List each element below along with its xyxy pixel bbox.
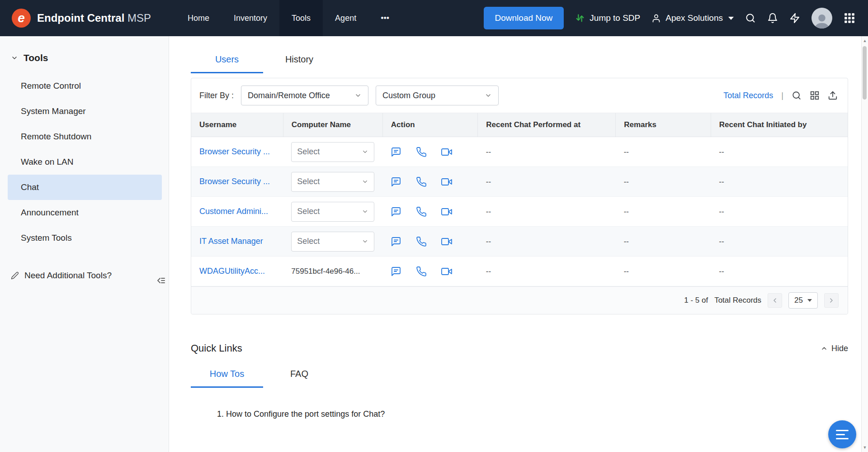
filter-bar: Filter By : Domain/Remote Office Custom … (191, 78, 848, 113)
computer-select-dropdown[interactable]: Select (291, 202, 374, 222)
toolbar-separator: | (781, 91, 783, 100)
scrollbar-thumb[interactable] (863, 46, 867, 100)
sidebar-item-system-manager[interactable]: System Manager (8, 99, 162, 124)
previous-page-button[interactable] (768, 293, 782, 308)
username-link[interactable]: Browser Security ... (199, 177, 270, 186)
fab-menu-icon (836, 430, 849, 431)
chevron-down-icon (362, 208, 368, 215)
voice-call-icon[interactable] (416, 266, 427, 277)
main-content: Users History Filter By : Domain/Remote … (169, 36, 868, 419)
apps-grid-icon[interactable] (844, 12, 855, 24)
sidebar-section-tools[interactable]: Tools (0, 36, 169, 63)
table-search-icon[interactable] (792, 90, 802, 100)
initiated-by-cell: -- (711, 167, 848, 197)
page-scrollbar[interactable]: ▲ ▼ (861, 36, 868, 452)
announcements-icon[interactable] (767, 13, 778, 24)
domain-remote-office-dropdown[interactable]: Domain/Remote Office (241, 86, 368, 105)
sidebar-item-system-tools[interactable]: System Tools (8, 225, 162, 251)
chat-tabs: Users History (191, 52, 868, 73)
jump-to-sdp[interactable]: Jump to SDP (575, 13, 640, 23)
pagination-total-records-link[interactable]: Total Records (714, 296, 761, 305)
scrollbar-up-arrow[interactable]: ▲ (862, 37, 868, 44)
video-call-icon[interactable] (441, 176, 452, 187)
hide-toggle[interactable]: Hide (821, 344, 848, 353)
sidebar-item-wake-on-lan[interactable]: Wake on LAN (8, 149, 162, 175)
nav-item-agent[interactable]: Agent (323, 0, 368, 36)
sidebar-item-announcement[interactable]: Announcement (8, 200, 162, 225)
computer-select-dropdown[interactable]: Select (291, 142, 374, 162)
voice-call-icon[interactable] (416, 206, 427, 217)
tab-how-tos[interactable]: How Tos (191, 366, 263, 388)
nav-item-inventory[interactable]: Inventory (222, 0, 279, 36)
custom-group-dropdown-value: Custom Group (382, 91, 435, 100)
initiated-by-cell: -- (711, 257, 848, 286)
need-additional-tools[interactable]: Need Additional Tools? (0, 271, 169, 281)
chevron-down-icon (354, 92, 362, 99)
table-row: Customer Admini... Select (191, 197, 848, 227)
video-call-icon[interactable] (441, 147, 452, 157)
scrollbar-down-arrow[interactable]: ▼ (862, 444, 868, 451)
page-size-value: 25 (794, 296, 803, 305)
custom-group-dropdown[interactable]: Custom Group (376, 86, 499, 105)
username-link[interactable]: IT Asset Manager (199, 237, 263, 246)
need-additional-tools-label: Need Additional Tools? (24, 271, 112, 281)
tab-history[interactable]: History (263, 52, 335, 73)
remarks-cell: -- (616, 167, 711, 197)
video-call-icon[interactable] (441, 236, 452, 247)
nav-item-more[interactable]: ••• (368, 0, 401, 36)
video-call-icon[interactable] (441, 206, 452, 217)
computer-select-value: Select (297, 207, 320, 216)
account-name: Apex Solutions (665, 13, 723, 23)
howto-item[interactable]: 1. How to Configure the port settings fo… (217, 409, 848, 419)
username-link[interactable]: Customer Admini... (199, 207, 268, 216)
brand[interactable]: e Endpoint Central MSP (0, 9, 151, 28)
total-records-link[interactable]: Total Records (723, 91, 773, 100)
help-menu-fab[interactable] (828, 420, 856, 448)
quick-links-header: Quick Links Hide (191, 343, 848, 354)
header-recent-chat-initiated-by: Recent Chat Initiated by (711, 113, 848, 137)
chevron-down-icon (362, 178, 368, 185)
sidebar-item-remote-control[interactable]: Remote Control (8, 73, 162, 99)
account-menu[interactable]: Apex Solutions (651, 13, 734, 23)
sidebar-item-chat[interactable]: Chat (8, 175, 162, 200)
tab-faq[interactable]: FAQ (263, 366, 335, 388)
initiated-by-cell: -- (711, 137, 848, 167)
pagination-bar: 1 - 5 of Total Records 25 (191, 286, 848, 314)
username-link[interactable]: Browser Security ... (199, 147, 270, 156)
page-size-dropdown[interactable]: 25 (788, 292, 818, 309)
chat-icon[interactable] (391, 176, 401, 187)
computer-select-dropdown[interactable]: Select (291, 232, 374, 252)
chat-icon[interactable] (391, 147, 401, 157)
column-chooser-grid-icon[interactable] (810, 90, 820, 100)
sidebar-item-remote-shutdown[interactable]: Remote Shutdown (8, 124, 162, 149)
video-call-icon[interactable] (441, 266, 452, 277)
chat-icon[interactable] (391, 236, 401, 247)
nav-item-home[interactable]: Home (175, 0, 222, 36)
action-cell (391, 147, 470, 157)
quick-links-content: 1. How to Configure the port settings fo… (191, 388, 848, 419)
export-upload-icon[interactable] (828, 90, 838, 100)
quick-actions-bolt-icon[interactable] (789, 13, 800, 24)
chat-icon[interactable] (391, 206, 401, 217)
voice-call-icon[interactable] (416, 236, 427, 247)
header-recent-chat-performed-at: Recent Chat Performed at (478, 113, 616, 137)
user-icon (651, 14, 661, 23)
table-row: IT Asset Manager Select (191, 227, 848, 257)
tab-users[interactable]: Users (191, 52, 263, 73)
jump-to-sdp-label: Jump to SDP (590, 13, 640, 23)
nav-item-tools[interactable]: Tools (279, 0, 323, 36)
search-icon[interactable] (745, 13, 756, 24)
voice-call-icon[interactable] (416, 176, 427, 187)
sidebar-collapse-icon[interactable] (155, 275, 166, 286)
domain-dropdown-value: Domain/Remote Office (248, 91, 330, 100)
next-page-button[interactable] (824, 293, 839, 308)
computer-select-dropdown[interactable]: Select (291, 172, 374, 192)
username-link[interactable]: WDAGUtilityAcc... (199, 266, 265, 276)
download-now-button[interactable]: Download Now (484, 7, 564, 29)
chat-icon[interactable] (391, 266, 401, 277)
header-remarks: Remarks (616, 113, 711, 137)
sidebar-menu: Remote Control System Manager Remote Shu… (0, 73, 169, 251)
users-table: Username Computer Name Action Recent Cha… (191, 113, 848, 286)
voice-call-icon[interactable] (416, 147, 427, 157)
user-avatar[interactable] (811, 8, 832, 29)
